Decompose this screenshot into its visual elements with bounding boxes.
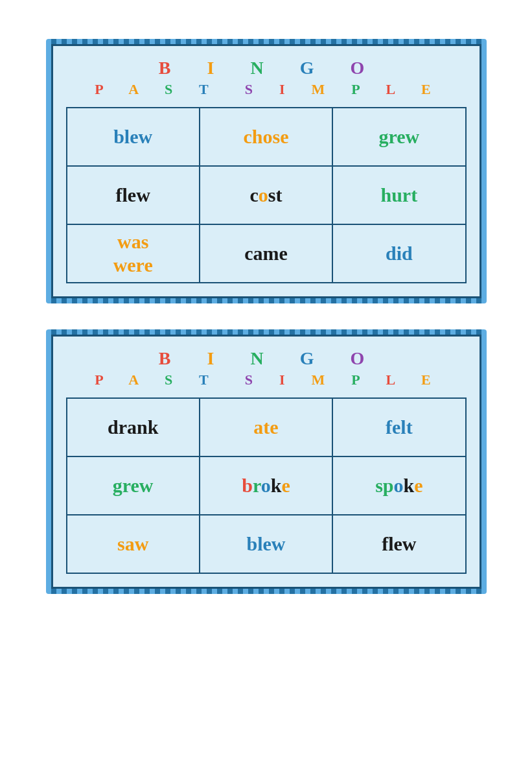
cell-flew: flew	[67, 166, 200, 224]
cell-did: did	[332, 224, 465, 283]
bingo-card-2: B I N G O P A S T S I M P L E drank ate	[46, 329, 487, 594]
sub2-e: E	[421, 372, 437, 388]
cell-felt: felt	[332, 398, 465, 456]
letter-i2: I	[207, 348, 223, 368]
cell-blew: blew	[67, 108, 200, 166]
bingo-grid-2: drank ate felt grew broke spoke saw blew…	[66, 397, 467, 574]
sub2-s: S	[165, 372, 179, 388]
cell-drank: drank	[67, 398, 200, 456]
letter-g2: G	[300, 348, 323, 368]
card-1-subtitle: P A S T S I M P L E	[66, 81, 467, 98]
letter-g: G	[300, 58, 323, 78]
sub2-t: T	[199, 372, 214, 388]
letter-b2: B	[159, 348, 180, 368]
sub-l: L	[386, 81, 401, 97]
sub-i: I	[279, 81, 292, 97]
table-row: flew cost hurt	[67, 166, 466, 224]
cell-blew2: blew	[200, 515, 332, 573]
sub-a: A	[128, 81, 145, 97]
table-row: waswere came did	[67, 224, 466, 283]
cell-hurt: hurt	[332, 166, 465, 224]
letter-b: B	[159, 58, 180, 78]
sub-s: S	[165, 81, 179, 97]
cell-broke: broke	[200, 456, 332, 515]
sub-s2: S	[245, 81, 259, 97]
cell-flew2: flew	[332, 515, 465, 573]
cell-came: came	[200, 224, 332, 283]
letter-n2: N	[250, 348, 272, 368]
table-row: blew chose grew	[67, 108, 466, 166]
letter-o: O	[350, 58, 373, 78]
cell-ate: ate	[200, 398, 332, 456]
card-2-subtitle: P A S T S I M P L E	[66, 372, 467, 388]
table-row: saw blew flew	[67, 515, 466, 573]
sub2-i: I	[279, 372, 292, 388]
cell-grew: grew	[332, 108, 465, 166]
letter-i: I	[207, 58, 223, 78]
table-row: drank ate felt	[67, 398, 466, 456]
cell-grew2: grew	[67, 456, 200, 515]
card-1-inner: B I N G O P A S T S I M P L E blew chose	[51, 44, 481, 298]
sub-t: T	[199, 81, 214, 97]
sub2-p2: P	[351, 372, 365, 388]
sub2-p: P	[95, 372, 109, 388]
sub2-a: A	[128, 372, 145, 388]
table-row: grew broke spoke	[67, 456, 466, 515]
card-2-inner: B I N G O P A S T S I M P L E drank ate	[51, 335, 481, 589]
letter-o2: O	[350, 348, 373, 368]
cell-spoke: spoke	[332, 456, 465, 515]
bingo-card-1: B I N G O P A S T S I M P L E blew chose	[46, 39, 487, 303]
sub-p: P	[95, 81, 109, 97]
cell-waswere: waswere	[67, 224, 200, 283]
cell-saw: saw	[67, 515, 200, 573]
sub2-m: M	[312, 372, 332, 388]
sub2-l: L	[386, 372, 401, 388]
letter-n: N	[250, 58, 272, 78]
sub2-s2: S	[245, 372, 259, 388]
card-1-title: B I N G O	[66, 58, 467, 78]
sub-m: M	[312, 81, 332, 97]
sub-e: E	[421, 81, 437, 97]
bingo-grid-1: blew chose grew flew cost hurt waswere c…	[66, 107, 467, 283]
cell-cost: cost	[200, 166, 332, 224]
sub-p2: P	[351, 81, 365, 97]
cell-chose: chose	[200, 108, 332, 166]
card-2-title: B I N G O	[66, 348, 467, 369]
